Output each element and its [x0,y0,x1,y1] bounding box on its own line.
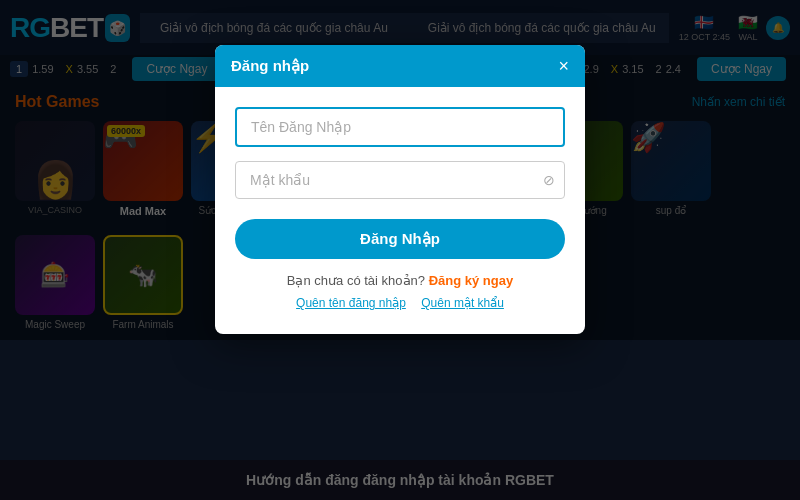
forgot-row: Quên tên đăng nhập Quên mật khẩu [235,296,565,310]
modal-close-button[interactable]: × [558,57,569,75]
no-account-text: Bạn chưa có tài khoản? [287,273,425,288]
register-link[interactable]: Đăng ký ngay [429,273,514,288]
modal-header: Đăng nhập × [215,45,585,87]
modal-body: ⊘ Đăng Nhập Bạn chưa có tài khoản? Đăng … [215,87,585,334]
modal-overlay: Đăng nhập × ⊘ Đăng Nhập Bạn chưa có tài … [0,0,800,500]
password-input[interactable] [235,161,565,199]
page-background: RGBET 🎲 Giải vô địch bóng đá các quốc gi… [0,0,800,500]
eye-icon[interactable]: ⊘ [543,172,555,188]
modal-title: Đăng nhập [231,57,309,75]
login-button[interactable]: Đăng Nhập [235,219,565,259]
forgot-username-link[interactable]: Quên tên đăng nhập [296,296,406,310]
username-input[interactable] [235,107,565,147]
register-row: Bạn chưa có tài khoản? Đăng ký ngay [235,273,565,288]
login-modal: Đăng nhập × ⊘ Đăng Nhập Bạn chưa có tài … [215,45,585,334]
password-field-wrapper: ⊘ [235,161,565,199]
forgot-password-link[interactable]: Quên mật khẩu [421,296,504,310]
